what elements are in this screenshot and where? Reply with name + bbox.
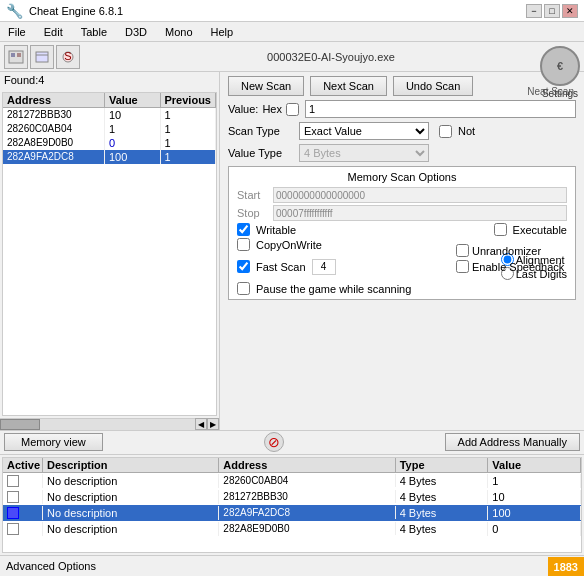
al-address: 28260C0AB04 [219, 474, 395, 487]
app-icon: 🔧 [6, 3, 23, 19]
addr-list-row[interactable]: No description 282A8E9D0B0 4 Bytes 0 [3, 521, 581, 537]
valuetype-select[interactable]: 4 Bytes [299, 144, 429, 162]
menu-d3d[interactable]: D3D [121, 25, 151, 39]
pause-label: Pause the game while scanning [256, 283, 411, 295]
right-options: Unrandomizer Enable Speedhack [456, 244, 576, 273]
al-type: 4 Bytes [396, 506, 489, 520]
add-address-button[interactable]: Add Address Manually [445, 433, 580, 451]
addr-list-row[interactable]: No description 282A9FA2DC8 4 Bytes 100 [3, 505, 581, 521]
speedhack-checkbox[interactable] [456, 260, 469, 273]
start-input[interactable] [273, 187, 567, 203]
value-label: Value: [228, 103, 258, 115]
close-button[interactable]: ✕ [562, 4, 578, 18]
settings-logo: € [540, 46, 580, 86]
alh-value: Value [488, 458, 581, 472]
stop-icon-area: ⊘ [103, 432, 445, 452]
executable-checkbox[interactable] [494, 223, 507, 236]
mem-scan-grid: Start Stop Writable [237, 187, 567, 295]
value-cell: 100 [105, 150, 161, 164]
al-active [3, 522, 43, 536]
fastscan-checkbox[interactable] [237, 260, 250, 273]
unrandomizer-checkbox[interactable] [456, 244, 469, 257]
table-row[interactable]: 28260C0AB04 1 1 [3, 122, 216, 136]
address-table: Address Value Previous 281272BBB30 10 1 … [2, 92, 217, 416]
active-checkbox-2[interactable] [7, 507, 19, 519]
scantype-label: Scan Type [228, 125, 293, 137]
title-bar-controls: − □ ✕ [526, 4, 578, 18]
scroll-right-arrow[interactable]: ▶ [207, 418, 219, 430]
al-desc: No description [43, 506, 219, 520]
undo-scan-button[interactable]: Undo Scan [393, 76, 473, 96]
pause-checkbox[interactable] [237, 282, 250, 295]
watermark: 1883 [548, 557, 584, 576]
not-checkbox[interactable] [439, 125, 452, 138]
al-address: 282A8E9D0B0 [219, 522, 395, 535]
new-scan-button[interactable]: New Scan [228, 76, 304, 96]
col-header-previous: Previous [161, 93, 217, 107]
right-panel: New Scan Next Scan Undo Scan Value: Hex … [220, 72, 584, 430]
alh-active: Active [3, 458, 43, 472]
app-container: 🔧 Cheat Engine 6.8.1 − □ ✕ File Edit Tab… [0, 0, 584, 576]
active-checkbox-1[interactable] [7, 491, 19, 503]
table-row[interactable]: 281272BBB30 10 1 [3, 108, 216, 122]
al-value: 1 [488, 474, 581, 488]
addr-list-row[interactable]: No description 28260C0AB04 4 Bytes 1 [3, 473, 581, 489]
toolbar-btn-2[interactable] [30, 45, 54, 69]
minimize-button[interactable]: − [526, 4, 542, 18]
addr-cell: 282A9FA2DC8 [3, 150, 105, 164]
bottom-toolbar: Memory view ⊘ Add Address Manually [0, 430, 584, 455]
addr-cell: 281272BBB30 [3, 108, 105, 122]
copyonwrite-checkbox[interactable] [237, 238, 250, 251]
al-value: 0 [488, 522, 581, 536]
title-bar-text: Cheat Engine 6.8.1 [29, 5, 123, 17]
al-desc: No description [43, 522, 219, 536]
memory-scan-options: Memory Scan Options Start Stop [228, 166, 576, 300]
stop-row: Stop [237, 205, 567, 221]
found-label: Found:4 [0, 72, 219, 90]
active-checkbox-3[interactable] [7, 523, 19, 535]
horizontal-scrollbar[interactable]: ◀ ▶ [0, 418, 219, 430]
value-input[interactable] [305, 100, 576, 118]
toolbar-btn-3[interactable]: S [56, 45, 80, 69]
prev-cell: 1 [161, 108, 217, 122]
svg-text:S: S [64, 50, 71, 62]
neat-scan-label: Neat Scan [527, 86, 574, 97]
al-type: 4 Bytes [396, 522, 489, 536]
menu-table[interactable]: Table [77, 25, 111, 39]
scantype-row: Scan Type Exact Value Bigger than... Sma… [228, 122, 576, 140]
prev-cell: 1 [161, 150, 217, 164]
table-row[interactable]: 282A9FA2DC8 100 1 [3, 150, 216, 164]
memory-view-button[interactable]: Memory view [4, 433, 103, 451]
menu-bar: File Edit Table D3D Mono Help [0, 22, 584, 42]
process-title: 000032E0-AI-Syoujyo.exe [82, 51, 580, 63]
menu-edit[interactable]: Edit [40, 25, 67, 39]
col-header-value: Value [105, 93, 161, 107]
col-header-address: Address [3, 93, 105, 107]
speedhack-row: Enable Speedhack [456, 260, 576, 273]
toolbar-btn-1[interactable] [4, 45, 28, 69]
value-row: Value: Hex [228, 100, 576, 118]
al-type: 4 Bytes [396, 474, 489, 488]
copyonwrite-label: CopyOnWrite [256, 239, 322, 251]
next-scan-button[interactable]: Next Scan [310, 76, 387, 96]
hex-checkbox[interactable] [286, 103, 299, 116]
table-row[interactable]: 282A8E9D0B0 0 1 [3, 136, 216, 150]
writable-checkbox[interactable] [237, 223, 250, 236]
hex-label: Hex [262, 103, 282, 115]
active-checkbox-0[interactable] [7, 475, 19, 487]
addr-list-header: Active Description Address Type Value [3, 458, 581, 473]
addr-list-row[interactable]: No description 281272BBB30 4 Bytes 10 [3, 489, 581, 505]
scroll-left-arrow[interactable]: ◀ [195, 418, 207, 430]
stop-icon[interactable]: ⊘ [264, 432, 284, 452]
stop-input[interactable] [273, 205, 567, 221]
speedhack-label: Enable Speedhack [472, 261, 564, 273]
addr-cell: 28260C0AB04 [3, 122, 105, 136]
unrandomizer-label: Unrandomizer [472, 245, 541, 257]
maximize-button[interactable]: □ [544, 4, 560, 18]
menu-file[interactable]: File [4, 25, 30, 39]
advanced-options-label[interactable]: Advanced Options [6, 560, 96, 572]
fastscan-value-input[interactable] [312, 259, 336, 275]
menu-help[interactable]: Help [207, 25, 238, 39]
scantype-select[interactable]: Exact Value Bigger than... Smaller than.… [299, 122, 429, 140]
menu-mono[interactable]: Mono [161, 25, 197, 39]
